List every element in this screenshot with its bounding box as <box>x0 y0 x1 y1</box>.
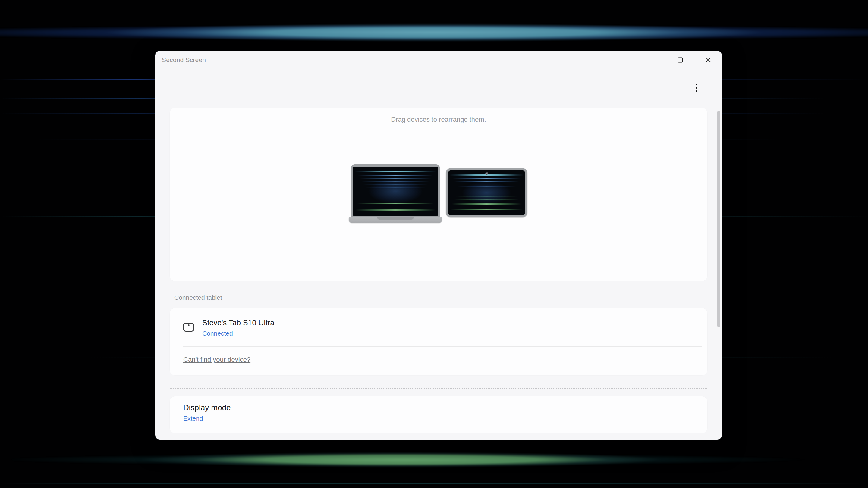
connected-device-card: Steve's Tab S10 Ultra Connected Can't fi… <box>170 308 707 375</box>
arrange-hint-text: Drag devices to rearrange them. <box>170 116 707 124</box>
display-mode-value-link[interactable]: Extend <box>183 415 203 422</box>
minimize-button[interactable] <box>645 54 659 66</box>
display-mode-card: Display mode Extend <box>170 396 707 433</box>
wallpaper-green-glow <box>12 450 823 470</box>
display-mode-label: Display mode <box>183 403 231 412</box>
laptop-wallpaper <box>353 167 438 216</box>
second-screen-window: Second Screen <box>155 51 722 440</box>
more-options-button[interactable] <box>689 80 703 95</box>
laptop-base <box>349 217 442 223</box>
wallpaper-teal-glow <box>0 21 868 44</box>
vertical-scrollbar-thumb[interactable] <box>717 111 720 327</box>
titlebar[interactable]: Second Screen <box>155 51 722 70</box>
maximize-button[interactable] <box>673 54 687 66</box>
device-name: Steve's Tab S10 Ultra <box>202 318 274 327</box>
tablet-wallpaper <box>448 170 525 215</box>
window-title: Second Screen <box>162 56 206 64</box>
device-row[interactable]: Steve's Tab S10 Ultra Connected <box>170 308 707 347</box>
maximize-icon <box>677 57 684 63</box>
laptop-device-thumbnail[interactable] <box>349 164 442 223</box>
device-status-link[interactable]: Connected <box>202 330 233 337</box>
window-controls <box>645 54 715 66</box>
close-icon <box>705 57 712 63</box>
cant-find-device-link[interactable]: Can't find your device? <box>183 356 250 364</box>
kebab-menu-icon <box>695 84 697 92</box>
tablet-camera-dot <box>485 172 488 175</box>
desktop-background: Second Screen <box>0 0 868 488</box>
dotted-separator <box>170 388 707 389</box>
close-button[interactable] <box>701 54 715 66</box>
laptop-screen <box>351 164 440 218</box>
arrange-panel: Drag devices to rearrange them. <box>170 108 707 281</box>
divider <box>183 347 702 347</box>
tablet-icon <box>183 323 194 332</box>
wallpaper-streak <box>0 483 868 484</box>
tablet-device-thumbnail[interactable] <box>446 168 527 218</box>
minimize-icon <box>649 57 655 63</box>
connected-tablet-label: Connected tablet <box>174 294 222 301</box>
